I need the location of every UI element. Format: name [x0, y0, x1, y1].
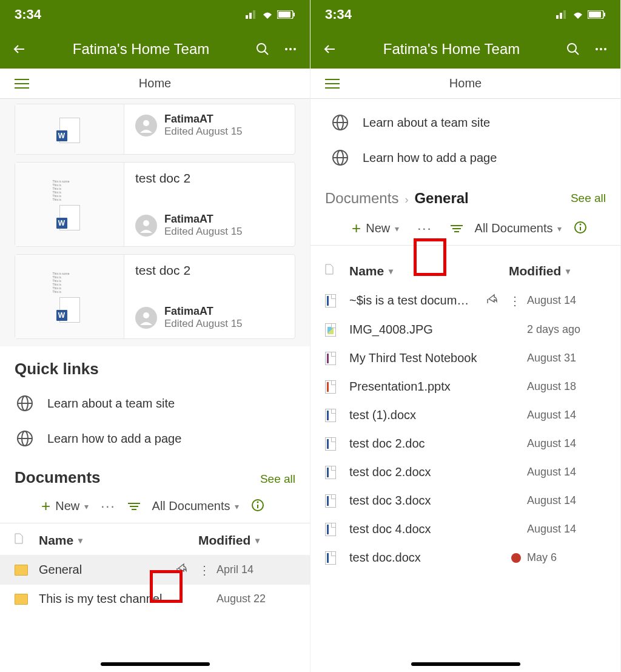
- col-name[interactable]: Name: [39, 533, 73, 548]
- table-row[interactable]: General⋮April 14: [0, 555, 310, 585]
- row-modified: August 18: [521, 380, 606, 393]
- row-more-icon[interactable]: ⋮: [509, 294, 521, 308]
- folder-icon: [15, 594, 28, 605]
- table-row[interactable]: test doc 4.docxAugust 14: [310, 515, 620, 543]
- quicklink-item[interactable]: Learn about a team site: [0, 386, 310, 421]
- screen-right: 3:34 Fatima's Home Team Home Quick links…: [310, 0, 621, 672]
- share-icon[interactable]: [486, 293, 498, 308]
- table-row[interactable]: My Third Test NotebookAugust 31: [310, 344, 620, 372]
- file-icon: [325, 551, 336, 565]
- see-all-link[interactable]: See all: [571, 192, 606, 205]
- svg-point-15: [143, 312, 149, 318]
- row-modified: August 31: [521, 352, 606, 365]
- table-row[interactable]: IMG_4008.JPG2 days ago: [310, 315, 620, 344]
- col-modified[interactable]: Modified: [198, 533, 250, 548]
- table-row[interactable]: test doc.docxMay 6: [310, 543, 620, 572]
- row-name: This is my test channel: [39, 592, 210, 606]
- breadcrumb-current: General: [414, 190, 468, 207]
- row-name: test doc 2.doc: [349, 437, 521, 451]
- status-bar: 3:34: [0, 0, 310, 29]
- status-bar: 3:34: [310, 0, 620, 29]
- svg-point-26: [257, 501, 259, 503]
- share-icon[interactable]: [175, 562, 187, 577]
- doc-thumbnail: [15, 104, 124, 154]
- row-modified: August 14: [521, 294, 606, 307]
- row-name: General: [39, 563, 175, 577]
- row-name: IMG_4008.JPG: [349, 323, 521, 337]
- svg-point-6: [257, 44, 266, 52]
- home-indicator[interactable]: [101, 662, 210, 666]
- info-icon[interactable]: [574, 221, 587, 237]
- avatar-icon: [135, 115, 157, 136]
- table-row[interactable]: test doc 3.docxAugust 14: [310, 486, 620, 515]
- svg-point-37: [604, 48, 606, 50]
- quicklink-item[interactable]: Learn how to add a page: [0, 421, 310, 456]
- card-meta: FatimaAT Edited August 15: [164, 305, 243, 330]
- see-all-link[interactable]: See all: [260, 472, 295, 486]
- svg-point-7: [285, 48, 287, 50]
- info-icon[interactable]: [251, 499, 264, 514]
- table-row[interactable]: test (1).docxAugust 14: [310, 401, 620, 429]
- plus-icon: +: [41, 497, 50, 516]
- globe-icon: [15, 428, 35, 449]
- file-icon: [325, 409, 336, 422]
- chevron-down-icon: ▾: [78, 536, 82, 545]
- card-title: test doc 2: [135, 171, 284, 186]
- row-modified: April 14: [210, 563, 295, 576]
- status-icons: [246, 10, 295, 19]
- more-icon[interactable]: [282, 42, 299, 56]
- filter-icon[interactable]: [128, 502, 140, 511]
- table-row[interactable]: test doc 2.docAugust 14: [310, 429, 620, 458]
- svg-point-34: [568, 44, 576, 52]
- file-icon: [325, 380, 336, 394]
- more-icon[interactable]: [592, 42, 609, 56]
- back-icon[interactable]: [11, 42, 28, 56]
- breadcrumb: Documents › General: [325, 190, 469, 207]
- view-selector[interactable]: All Documents▾: [475, 221, 562, 235]
- recent-card[interactable]: This is someThis isThis isThis isThis is…: [15, 162, 295, 247]
- table-row[interactable]: This is my test channelAugust 22: [0, 585, 310, 613]
- col-name[interactable]: Name: [349, 264, 384, 278]
- quicklink-item[interactable]: Learn how to add a page: [310, 140, 620, 175]
- recent-card[interactable]: FatimaAT Edited August 15: [15, 104, 295, 155]
- home-indicator[interactable]: [411, 662, 520, 666]
- clock: 3:34: [325, 7, 352, 22]
- search-icon[interactable]: [254, 42, 271, 56]
- hamburger-icon[interactable]: [13, 78, 30, 89]
- new-button[interactable]: +New▾: [352, 219, 399, 238]
- doc-rows: General⋮April 14This is my test channelA…: [0, 555, 310, 613]
- toolbar-more-icon[interactable]: ···: [101, 499, 115, 514]
- docs-toolbar: +New▾ ··· All Documents▾: [310, 212, 620, 246]
- table-row[interactable]: ~$is is a test docum…⋮August 14: [310, 286, 620, 315]
- screen-left: 3:34 Fatima's Home Team Home Fatim: [0, 0, 310, 672]
- view-selector[interactable]: All Documents▾: [152, 499, 240, 513]
- toolbar-more-icon[interactable]: ···: [411, 221, 438, 237]
- svg-rect-0: [246, 15, 248, 19]
- recent-card[interactable]: This is someThis isThis isThis isThis is…: [15, 254, 295, 339]
- content-right: Quick links Learn about a team site Lear…: [310, 99, 620, 572]
- globe-icon: [15, 393, 35, 414]
- hamburger-icon[interactable]: [324, 78, 341, 89]
- table-row[interactable]: test doc 2.docxAugust 14: [310, 458, 620, 486]
- folder-icon: [15, 565, 28, 576]
- appbar-title: Fatima's Home Team: [39, 41, 243, 58]
- row-modified: August 14: [521, 409, 606, 422]
- file-type-col-icon: [15, 533, 27, 548]
- col-modified[interactable]: Modified: [509, 264, 561, 278]
- quicklink-item[interactable]: Learn about a team site: [310, 105, 620, 140]
- breadcrumb-home[interactable]: Home: [38, 76, 272, 90]
- chevron-down-icon: ▾: [255, 536, 260, 545]
- breadcrumb-documents[interactable]: Documents: [325, 190, 398, 207]
- breadcrumb-home[interactable]: Home: [348, 76, 583, 90]
- search-icon[interactable]: [565, 42, 582, 56]
- svg-rect-32: [589, 12, 601, 18]
- row-more-icon[interactable]: ⋮: [198, 563, 210, 577]
- globe-icon: [330, 112, 351, 133]
- row-name: test (1).docx: [349, 408, 521, 422]
- table-row[interactable]: Presentation1.pptxAugust 18: [310, 372, 620, 401]
- back-icon[interactable]: [321, 42, 338, 56]
- filter-icon[interactable]: [451, 224, 463, 234]
- word-icon: [59, 205, 80, 230]
- new-button[interactable]: +New▾: [41, 497, 89, 516]
- file-icon: [325, 294, 336, 307]
